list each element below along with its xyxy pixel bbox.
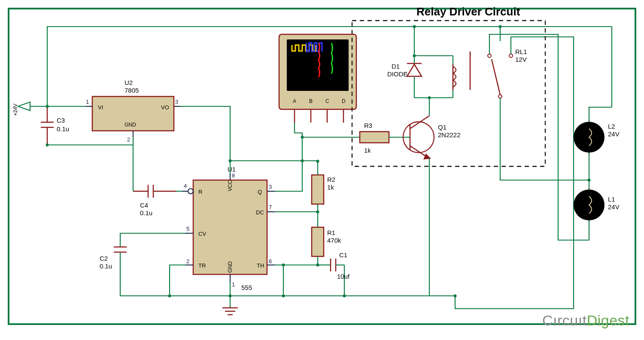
svg-text:U2: U2 bbox=[125, 79, 133, 86]
svg-text:TH: TH bbox=[257, 262, 264, 269]
r2-resistor: R2 1k bbox=[312, 161, 335, 212]
svg-text:6: 6 bbox=[269, 258, 272, 265]
svg-text:R1: R1 bbox=[327, 229, 335, 236]
svg-text:2N2222: 2N2222 bbox=[438, 131, 461, 138]
svg-text:VI: VI bbox=[98, 104, 103, 111]
svg-text:DC: DC bbox=[256, 209, 264, 216]
svg-text:+24V: +24V bbox=[12, 104, 18, 116]
svg-text:4: 4 bbox=[184, 183, 187, 189]
svg-text:555: 555 bbox=[241, 284, 252, 291]
svg-text:R3: R3 bbox=[364, 122, 372, 129]
svg-text:2: 2 bbox=[186, 258, 189, 265]
svg-point-74 bbox=[168, 295, 171, 298]
svg-point-44 bbox=[188, 189, 193, 194]
svg-text:D: D bbox=[342, 98, 346, 104]
c3-capacitor: C3 0.1u bbox=[41, 105, 69, 147]
svg-text:0.1u: 0.1u bbox=[57, 125, 69, 132]
svg-text:470k: 470k bbox=[327, 237, 341, 244]
svg-text:U1: U1 bbox=[228, 165, 236, 173]
svg-text:C3: C3 bbox=[57, 117, 65, 124]
svg-rect-157 bbox=[287, 39, 349, 91]
svg-point-132 bbox=[509, 54, 513, 57]
svg-text:0.1u: 0.1u bbox=[140, 209, 152, 217]
svg-point-126 bbox=[428, 96, 431, 99]
svg-text:GND: GND bbox=[125, 122, 136, 128]
svg-text:C4: C4 bbox=[140, 202, 148, 209]
svg-text:24V: 24V bbox=[608, 130, 620, 138]
u2-regulator: VI VO GND 1 3 2 U2 7805 bbox=[86, 79, 180, 143]
r3-resistor: R3 1k bbox=[360, 122, 408, 154]
svg-text:C2: C2 bbox=[100, 255, 108, 262]
svg-text:12V: 12V bbox=[515, 56, 527, 63]
svg-text:1: 1 bbox=[232, 281, 235, 288]
svg-text:3: 3 bbox=[175, 99, 178, 105]
svg-text:CV: CV bbox=[198, 231, 206, 237]
ground-symbol bbox=[222, 296, 238, 315]
svg-text:GND: GND bbox=[227, 261, 233, 273]
relay-driver-outline bbox=[352, 21, 545, 166]
svg-text:R: R bbox=[198, 189, 202, 195]
svg-text:B: B bbox=[309, 98, 313, 104]
q1-transistor: Q1 2N2222 bbox=[403, 98, 461, 296]
svg-point-131 bbox=[488, 54, 491, 57]
svg-line-134 bbox=[492, 59, 500, 95]
svg-rect-87 bbox=[312, 227, 324, 256]
logo-accent: Digest bbox=[587, 312, 629, 328]
svg-text:TR: TR bbox=[198, 262, 206, 269]
svg-marker-120 bbox=[407, 64, 422, 76]
u1-timer-555: R VCC Q DC CV TR GND TH 4 8 3 7 5 2 6 1 … bbox=[182, 165, 275, 291]
rail-24v: +24V bbox=[12, 102, 90, 116]
svg-text:R2: R2 bbox=[327, 176, 335, 183]
svg-point-141 bbox=[413, 54, 416, 57]
svg-marker-0 bbox=[18, 102, 30, 111]
svg-rect-94 bbox=[312, 175, 324, 204]
scope: A B C D bbox=[279, 34, 356, 123]
svg-text:7: 7 bbox=[269, 204, 272, 211]
svg-text:C1: C1 bbox=[339, 251, 347, 259]
c4-capacitor: C4 0.1u bbox=[133, 145, 176, 217]
svg-rect-35 bbox=[193, 180, 267, 274]
svg-text:A: A bbox=[293, 98, 296, 104]
l2-lamp: L2 24V bbox=[574, 120, 620, 154]
logo: CırcuıtDigest bbox=[542, 312, 629, 329]
svg-text:8: 8 bbox=[232, 172, 235, 179]
svg-text:1: 1 bbox=[86, 99, 89, 105]
svg-text:VO: VO bbox=[161, 104, 169, 111]
svg-rect-104 bbox=[360, 132, 389, 143]
svg-text:5: 5 bbox=[186, 226, 189, 232]
svg-point-101 bbox=[301, 159, 304, 162]
svg-text:1k: 1k bbox=[327, 184, 334, 191]
svg-text:1k: 1k bbox=[364, 147, 371, 154]
svg-text:Q1: Q1 bbox=[438, 123, 447, 131]
svg-text:3: 3 bbox=[269, 184, 272, 190]
svg-text:7805: 7805 bbox=[125, 87, 139, 94]
svg-text:DIODE: DIODE bbox=[387, 70, 408, 78]
svg-text:L1: L1 bbox=[608, 196, 615, 203]
logo-main: Cırcuıt bbox=[542, 312, 587, 328]
svg-text:10uf: 10uf bbox=[337, 273, 350, 280]
r1-resistor: R1 470k bbox=[312, 212, 341, 265]
svg-text:0.1u: 0.1u bbox=[100, 262, 112, 270]
svg-marker-111 bbox=[423, 153, 431, 159]
svg-text:VCC: VCC bbox=[227, 180, 233, 191]
svg-text:C: C bbox=[325, 98, 329, 104]
svg-text:L2: L2 bbox=[608, 123, 615, 130]
svg-text:24V: 24V bbox=[608, 203, 620, 211]
svg-text:RL1: RL1 bbox=[515, 48, 527, 55]
svg-text:D1: D1 bbox=[392, 63, 400, 70]
svg-text:2: 2 bbox=[127, 136, 130, 143]
svg-point-133 bbox=[498, 95, 502, 98]
schematic-canvas: +24V C3 0.1u VI VO GND 1 3 2 U2 7805 bbox=[0, 0, 644, 340]
d1-diode: D1 DIODE bbox=[387, 27, 453, 99]
l1-lamp: L1 24V bbox=[574, 188, 620, 222]
c1-capacitor: C1 10uf bbox=[316, 251, 350, 296]
svg-text:Q: Q bbox=[258, 189, 262, 195]
